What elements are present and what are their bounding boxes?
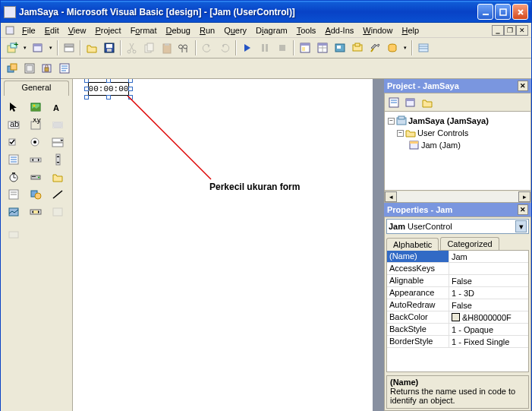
properties-panel-titlebar[interactable]: Properties - Jam ✕	[384, 203, 531, 217]
paste-button[interactable]	[159, 40, 175, 56]
usercontrol-node[interactable]: Jam (Jam)	[388, 139, 527, 151]
properties-panel-close-button[interactable]: ✕	[518, 204, 528, 215]
data-view-button[interactable]	[384, 40, 401, 56]
scroll-right-button[interactable]: ▸	[518, 191, 530, 202]
bring-to-front-button[interactable]	[4, 60, 20, 77]
toolbox-tab-general[interactable]: General	[4, 81, 69, 96]
line-tool[interactable]	[48, 186, 68, 203]
textbox-tool[interactable]: ab|	[4, 116, 24, 133]
prop-value-cell[interactable]: &H8000000F	[449, 311, 528, 323]
view-code-button[interactable]	[386, 95, 401, 110]
mdi-minimize-button[interactable]: ‗	[492, 25, 504, 36]
project-panel-close-button[interactable]: ✕	[518, 81, 528, 91]
menu-edit[interactable]: Edit	[40, 24, 64, 36]
prop-row[interactable]: AutoRedrawFalse	[387, 299, 528, 311]
add-project-button[interactable]: +	[4, 40, 20, 56]
resize-handle-e[interactable]	[128, 87, 133, 91]
prop-name-cell[interactable]: AutoRedraw	[387, 299, 449, 311]
add-form-button[interactable]	[30, 40, 46, 56]
copy-button[interactable]	[141, 40, 158, 56]
maximize-button[interactable]	[495, 4, 511, 20]
picturebox-tool[interactable]	[26, 99, 46, 115]
optionbutton-tool[interactable]	[26, 134, 46, 150]
mdi-close-button[interactable]: ✕	[516, 25, 528, 36]
prop-row[interactable]: BackColor&H8000000F	[387, 311, 528, 324]
add-project-dropdown[interactable]: ▾	[21, 45, 29, 51]
object-selector-combo[interactable]: Jam UserControl ▾	[386, 219, 529, 234]
project-explorer-button[interactable]	[297, 40, 313, 56]
prop-value-cell[interactable]: 1 - Fixed Single	[449, 336, 528, 347]
prop-value-cell[interactable]: 1 - Opaque	[449, 324, 528, 335]
project-tree[interactable]: − JamSaya (JamSaya) − User Controls Jam …	[385, 112, 530, 190]
view-object-button[interactable]	[403, 95, 418, 110]
menu-tools[interactable]: Tools	[292, 24, 321, 36]
resize-handle-w[interactable]	[84, 87, 89, 91]
checkbox-tool[interactable]	[4, 134, 24, 150]
prop-name-cell[interactable]: AccessKeys	[387, 263, 449, 274]
send-to-back-button[interactable]	[21, 60, 38, 77]
listbox-tool[interactable]	[4, 151, 24, 168]
toggle-folders-button[interactable]	[420, 95, 435, 110]
hscrollbar-tool[interactable]	[26, 151, 46, 168]
properties-window-button[interactable]	[314, 40, 331, 56]
prop-value-cell[interactable]: False	[449, 275, 528, 286]
find-button[interactable]	[176, 40, 193, 56]
design-surface[interactable]: 00:00:00 Perkecil ukuran form	[73, 79, 373, 411]
prop-name-cell[interactable]: BackStyle	[387, 324, 449, 335]
prop-name-cell[interactable]: Appearance	[387, 287, 449, 299]
minimize-button[interactable]	[477, 4, 493, 20]
tab-categorized[interactable]: Categorized	[440, 237, 499, 250]
pointer-tool[interactable]	[4, 99, 24, 115]
menu-debug[interactable]: Debug	[161, 24, 194, 36]
extra-tool[interactable]	[4, 226, 24, 243]
prop-value-cell[interactable]: 1 - 3D	[449, 287, 528, 299]
system-menu-icon[interactable]	[4, 24, 16, 36]
cut-button[interactable]	[124, 40, 140, 56]
lock-controls-button[interactable]	[39, 60, 55, 77]
prop-name-cell[interactable]: BorderStyle	[387, 336, 449, 347]
redo-button[interactable]	[216, 40, 233, 56]
prop-name-cell[interactable]: BackColor	[387, 311, 449, 323]
menu-run[interactable]: Run	[195, 24, 219, 36]
menu-editor-button[interactable]	[61, 40, 77, 56]
toolbox-button[interactable]	[367, 40, 383, 56]
data-view-dropdown[interactable]: ▾	[401, 45, 409, 51]
image-tool[interactable]	[4, 204, 24, 220]
undo-button[interactable]	[199, 40, 216, 56]
dirlistbox-tool[interactable]	[48, 169, 68, 185]
prop-name-cell[interactable]: (Name)	[387, 251, 449, 262]
design-area[interactable]: 00:00:00 Perkecil ukuran form	[73, 79, 384, 411]
open-button[interactable]	[83, 40, 100, 56]
menu-file[interactable]: File	[17, 24, 40, 36]
break-button[interactable]	[257, 40, 273, 56]
expander-icon[interactable]: −	[388, 118, 395, 125]
object-browser-button[interactable]	[349, 40, 366, 56]
combo-dropdown-button[interactable]: ▾	[515, 220, 527, 232]
drivelistbox-tool[interactable]	[26, 169, 46, 185]
resize-handle-s[interactable]	[106, 95, 111, 100]
project-panel-titlebar[interactable]: Project - JamSaya ✕	[384, 79, 531, 93]
combobox-tool[interactable]	[48, 134, 68, 150]
prop-row[interactable]: (Name)Jam	[387, 251, 528, 263]
vscrollbar-tool[interactable]	[48, 151, 68, 168]
prop-value-cell[interactable]: Jam	[449, 251, 528, 262]
view-code-button[interactable]	[56, 60, 73, 77]
menu-format[interactable]: Format	[126, 24, 162, 36]
ole-tool[interactable]	[48, 204, 68, 220]
commandbutton-tool[interactable]	[48, 116, 68, 133]
menu-query[interactable]: Query	[219, 24, 251, 36]
prop-value-cell[interactable]: False	[449, 299, 528, 311]
scroll-left-button[interactable]: ◂	[385, 191, 397, 202]
resize-handle-n[interactable]	[106, 79, 111, 83]
resize-handle-nw[interactable]	[84, 79, 89, 83]
filelistbox-tool[interactable]	[4, 186, 24, 203]
expander-icon[interactable]: −	[397, 130, 404, 137]
project-hscrollbar[interactable]: ◂ ▸	[385, 190, 530, 202]
scroll-track[interactable]	[397, 191, 518, 202]
frame-tool[interactable]: xy	[26, 116, 46, 133]
menu-project[interactable]: Project	[90, 24, 125, 36]
save-button[interactable]	[101, 40, 118, 56]
resize-handle-sw[interactable]	[84, 95, 89, 100]
menu-window[interactable]: Window	[358, 24, 397, 36]
prop-row[interactable]: BorderStyle1 - Fixed Single	[387, 336, 528, 348]
